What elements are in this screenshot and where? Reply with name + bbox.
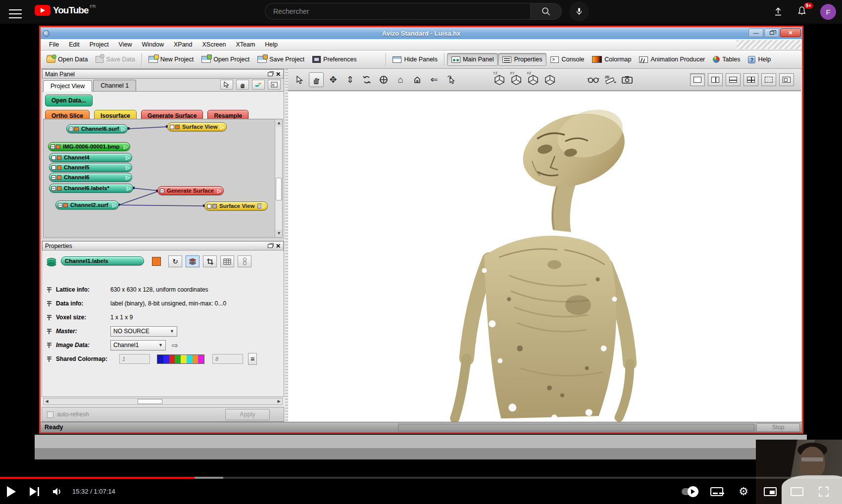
node-channel6-surf[interactable]: Channel6.surf▷	[66, 124, 128, 133]
theater-mode-button[interactable]	[786, 480, 808, 503]
view-yz-button[interactable]: YZ	[492, 72, 507, 87]
new-project-button[interactable]: New Project	[145, 53, 198, 65]
properties-header[interactable]: Properties ✕	[42, 241, 284, 251]
play-button[interactable]	[0, 480, 23, 503]
collapse-box-icon[interactable]	[51, 175, 56, 180]
goto-source-arrow-icon[interactable]: ⇨	[172, 341, 178, 350]
open-data-action-button[interactable]: Open Data...	[45, 95, 93, 106]
rotate-hand-tool-button[interactable]	[309, 72, 324, 87]
layout-quad-button[interactable]	[743, 73, 758, 86]
link-tool-button[interactable]	[238, 255, 251, 267]
scroll-left-icon[interactable]: ◀	[44, 399, 50, 404]
menu-project[interactable]: Project	[85, 40, 113, 49]
node-menu-arrow-icon[interactable]: ▷	[126, 155, 130, 160]
save-data-button[interactable]: Save Data	[92, 53, 139, 65]
viewer-toggle-icon[interactable]	[57, 155, 61, 160]
pin-icon[interactable]	[47, 286, 51, 293]
upload-icon[interactable]	[773, 6, 784, 17]
scroll-right-icon[interactable]: ▶	[276, 399, 282, 404]
viewer-toggle-icon[interactable]	[57, 186, 61, 191]
master-select[interactable]: NO SOURCE▼	[110, 326, 177, 337]
colormap-bar[interactable]	[157, 354, 204, 364]
viewer-toggle-icon[interactable]	[51, 165, 56, 170]
collapse-box-icon[interactable]	[69, 127, 73, 131]
layout-single-button[interactable]	[690, 73, 705, 86]
pin-icon[interactable]	[47, 328, 51, 335]
viewer-toggle-icon[interactable]	[57, 165, 61, 170]
collapse-box-icon[interactable]	[51, 186, 56, 191]
layout-two-vertical-button[interactable]	[708, 73, 723, 86]
node-menu-arrow-icon[interactable]: ▷	[127, 186, 131, 191]
close-panel-icon[interactable]: ✕	[276, 71, 281, 77]
node-channel6-labels[interactable]: Channel6.labels*▷	[49, 184, 133, 193]
restore-button[interactable]	[764, 28, 779, 37]
node-channel4[interactable]: Channel4▷	[49, 153, 132, 162]
node-menu-arrow-icon[interactable]: ▷	[121, 126, 125, 132]
main-panel-header[interactable]: Main Panel ✕	[42, 69, 284, 79]
pointer-tool-button[interactable]	[220, 80, 233, 90]
pin-icon[interactable]	[47, 314, 51, 321]
auto-refresh-checkbox[interactable]	[47, 411, 53, 418]
voice-search-button[interactable]	[569, 1, 589, 21]
hamburger-menu-icon[interactable]	[9, 6, 22, 16]
miniplayer-button[interactable]	[759, 480, 782, 503]
node-menu-arrow-icon[interactable]: ▷	[126, 175, 130, 180]
measure-2d-button[interactable]: 2D	[603, 72, 618, 87]
view-xz-button[interactable]: XZ	[526, 72, 541, 87]
editor-mode-button[interactable]: E	[268, 80, 281, 90]
view-perspective-button[interactable]	[543, 72, 557, 87]
node-channel2-surf[interactable]: Channel2.surf▷	[55, 201, 119, 209]
stop-button[interactable]: Stop	[756, 423, 800, 432]
viewer-toggle-icon[interactable]	[170, 125, 174, 129]
colormap-min-field[interactable]	[119, 354, 150, 364]
selected-node-pill[interactable]: Channel1.labels	[61, 256, 144, 265]
node-menu-arrow-icon[interactable]: ▷	[217, 188, 221, 194]
menu-xpand[interactable]: XPand	[169, 40, 197, 49]
rotate-tool-button[interactable]	[359, 72, 374, 87]
settings-button[interactable]: ⚙	[732, 480, 755, 503]
subtitles-button[interactable]	[705, 480, 728, 503]
pin-icon[interactable]	[47, 300, 51, 307]
node-img-bmp[interactable]: IMG-0006-00001.bmp▷	[48, 142, 130, 151]
properties-horizontal-scrollbar[interactable]: ◀ ▶	[43, 398, 283, 405]
pin-icon[interactable]	[47, 342, 51, 349]
view-xy-button[interactable]: XY	[509, 72, 524, 87]
translate-tool-button[interactable]: ✥	[326, 72, 341, 87]
layout-custom-button[interactable]	[779, 73, 794, 86]
layers-tool-button[interactable]	[186, 255, 199, 267]
hide-panels-button[interactable]: Hide Panels	[389, 53, 441, 65]
menu-edit[interactable]: Edit	[64, 40, 84, 49]
view-all-button[interactable]: ⇐	[427, 72, 442, 87]
home-view-button[interactable]: ⌂	[393, 72, 408, 87]
pin-icon[interactable]	[47, 355, 51, 362]
menu-file[interactable]: File	[45, 40, 63, 49]
node-editor-button[interactable]	[252, 80, 265, 90]
float-panel-icon[interactable]	[268, 244, 273, 248]
zoom-tool-button[interactable]: ⇕	[343, 72, 357, 87]
close-panel-icon[interactable]: ✕	[276, 243, 281, 249]
menu-help[interactable]: Help	[260, 40, 282, 49]
open-project-button[interactable]: Open Project	[198, 53, 253, 65]
trackball-tool-button[interactable]	[376, 72, 391, 87]
stereo-glasses-button[interactable]	[586, 72, 601, 87]
node-menu-arrow-icon[interactable]: ▷	[220, 124, 224, 130]
console-button[interactable]: >Console	[546, 53, 588, 65]
viewer-toggle-icon[interactable]	[212, 204, 217, 208]
set-home-button[interactable]	[410, 72, 425, 87]
menu-xteam[interactable]: XTeam	[231, 40, 259, 49]
volume-button[interactable]	[46, 480, 68, 503]
node-menu-arrow-icon[interactable]: ▷	[124, 144, 128, 150]
tables-button[interactable]: Tables	[709, 53, 744, 65]
colormap-edit-button[interactable]: ≡	[248, 353, 257, 365]
search-button[interactable]	[530, 3, 562, 20]
avatar[interactable]: F	[820, 4, 836, 20]
menu-xscreen[interactable]: XScreen	[198, 40, 230, 49]
node-menu-arrow-icon[interactable]: ▷	[261, 203, 265, 209]
render-canvas[interactable]	[288, 91, 801, 422]
menu-window[interactable]: Window	[137, 40, 168, 49]
layout-two-horizontal-button[interactable]	[726, 73, 741, 86]
layout-fullscreen-button[interactable]	[761, 73, 776, 86]
float-panel-icon[interactable]	[268, 72, 273, 76]
animation-producer-button[interactable]: Animation Producer	[635, 53, 709, 65]
autoplay-toggle[interactable]	[679, 480, 701, 503]
